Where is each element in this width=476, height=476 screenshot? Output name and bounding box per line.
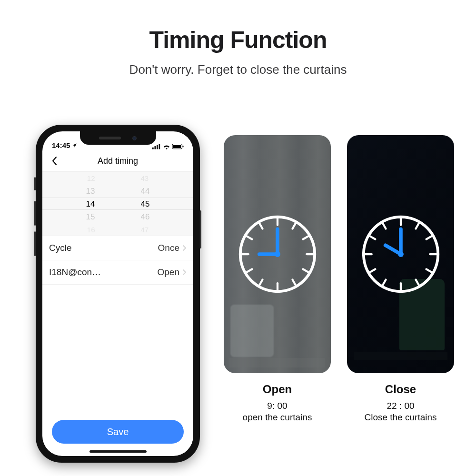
svg-line-32 — [382, 280, 386, 286]
svg-line-18 — [246, 236, 252, 239]
svg-rect-6 — [182, 146, 183, 147]
svg-rect-0 — [152, 148, 154, 149]
svg-line-33 — [369, 269, 375, 272]
card-open-time: 9: 00 — [224, 401, 331, 411]
svg-line-31 — [416, 280, 419, 286]
svg-line-16 — [259, 280, 262, 286]
card-close-desc: Close the curtains — [347, 412, 454, 423]
save-button[interactable]: Save — [52, 420, 184, 444]
wifi-icon — [163, 144, 170, 149]
svg-line-34 — [369, 236, 375, 239]
clock-icon — [237, 214, 318, 295]
svg-line-14 — [303, 269, 308, 272]
card-close-time: 22 : 00 — [347, 401, 454, 411]
picker-minutes[interactable]: 43 44 45 46 47 — [118, 172, 194, 236]
phone-notch — [80, 131, 156, 145]
svg-line-15 — [292, 280, 296, 286]
row-cycle-value: Once — [158, 243, 179, 253]
svg-point-22 — [275, 251, 280, 257]
home-indicator[interactable] — [89, 450, 147, 453]
svg-rect-2 — [157, 145, 158, 149]
signal-icon — [152, 144, 161, 149]
svg-rect-3 — [159, 144, 160, 149]
svg-line-17 — [246, 269, 252, 272]
location-icon — [72, 143, 77, 148]
picker-hours[interactable]: 12 13 14 15 16 — [42, 172, 118, 236]
chevron-right-icon — [182, 245, 187, 251]
card-open-title: Open — [224, 383, 331, 396]
time-picker[interactable]: 12 13 14 15 16 43 44 45 46 47 — [42, 171, 193, 236]
svg-line-35 — [382, 223, 386, 229]
svg-point-38 — [398, 251, 404, 257]
card-open: Open 9: 00 open the curtains — [224, 135, 331, 423]
chevron-left-icon — [51, 156, 58, 166]
back-button[interactable] — [47, 154, 61, 168]
row-cycle-label: Cycle — [49, 243, 72, 253]
phone-mockup: 14:45 Add timing 12 13 14 15 16 — [36, 125, 200, 463]
chevron-right-icon — [182, 269, 187, 276]
settings-list: Cycle Once I18N@con… Open — [42, 236, 193, 285]
card-close-title: Close — [347, 383, 454, 396]
row-cycle[interactable]: Cycle Once — [42, 236, 193, 260]
page-headline: Timing Function — [0, 26, 476, 54]
svg-rect-1 — [155, 146, 156, 149]
clock-icon — [360, 214, 441, 295]
nav-title: Add timing — [98, 156, 138, 166]
row-control-value: Open — [158, 267, 179, 278]
svg-line-13 — [303, 236, 308, 239]
tile-open — [224, 135, 331, 373]
page-subhead: Don't worry. Forget to close the curtain… — [0, 62, 476, 77]
phone-screen: 14:45 Add timing 12 13 14 15 16 — [42, 131, 193, 456]
status-time: 14:45 — [52, 141, 70, 149]
svg-line-28 — [416, 223, 419, 229]
card-close: Close 22 : 00 Close the curtains — [347, 135, 454, 423]
svg-line-30 — [426, 269, 432, 272]
svg-line-19 — [259, 223, 262, 229]
battery-icon — [172, 144, 184, 149]
tile-close — [347, 135, 454, 373]
svg-rect-5 — [173, 145, 181, 148]
svg-line-12 — [292, 223, 296, 229]
card-open-desc: open the curtains — [224, 412, 331, 423]
cards: Open 9: 00 open the curtains — [224, 135, 454, 423]
row-control[interactable]: I18N@con… Open — [42, 260, 193, 285]
row-control-label: I18N@con… — [49, 267, 101, 278]
svg-line-29 — [426, 236, 432, 239]
nav-bar: Add timing — [42, 150, 193, 171]
